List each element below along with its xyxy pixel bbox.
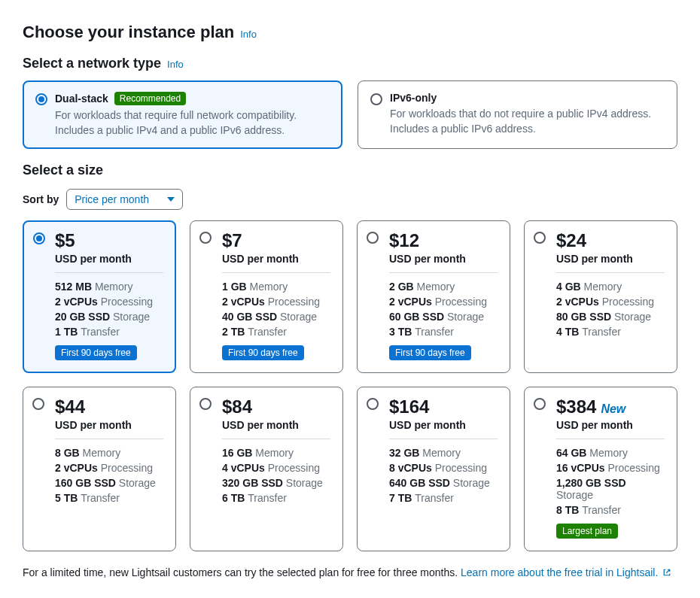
largest-plan-badge: Largest plan bbox=[556, 524, 618, 539]
radio-icon bbox=[199, 232, 212, 244]
plan-price: $164 bbox=[389, 396, 429, 417]
plan-spec-storage: 60 GB SSD Storage bbox=[389, 311, 498, 323]
plan-spec-storage: 80 GB SSD Storage bbox=[556, 311, 665, 323]
page-title: Choose your instance plan bbox=[23, 23, 234, 42]
radio-icon bbox=[370, 93, 382, 105]
plan-spec-transfer: 2 TB Transfer bbox=[222, 326, 330, 338]
plan-card[interactable]: $12USD per month2 GB Memory2 vCPUs Proce… bbox=[357, 220, 510, 373]
plan-spec-storage: 1,280 GB SSD Storage bbox=[556, 477, 665, 501]
plan-spec-memory: 1 GB Memory bbox=[222, 281, 330, 293]
radio-icon bbox=[367, 232, 379, 244]
radio-icon bbox=[32, 398, 44, 410]
free-trial-link[interactable]: Learn more about the free trial in Light… bbox=[461, 566, 671, 578]
plan-spec-memory: 512 MB Memory bbox=[55, 281, 163, 293]
select-size-heading: Select a size bbox=[23, 162, 103, 178]
plan-spec-processing: 2 vCPUs Processing bbox=[556, 296, 665, 308]
plan-spec-memory: 8 GB Memory bbox=[55, 447, 163, 459]
plan-spec-processing: 8 vCPUs Processing bbox=[389, 462, 498, 474]
plan-spec-processing: 4 vCPUs Processing bbox=[222, 462, 330, 474]
new-badge: New bbox=[601, 402, 625, 416]
network-option-dual-stack[interactable]: Dual-stackRecommendedFor workloads that … bbox=[23, 80, 342, 149]
plan-spec-transfer: 4 TB Transfer bbox=[556, 326, 665, 338]
plan-card[interactable]: $84USD per month16 GB Memory4 vCPUs Proc… bbox=[190, 387, 343, 551]
plan-card[interactable]: $44USD per month8 GB Memory2 vCPUs Proce… bbox=[23, 387, 176, 551]
plan-spec-processing: 2 vCPUs Processing bbox=[55, 296, 163, 308]
plan-spec-memory: 64 GB Memory bbox=[556, 447, 665, 459]
footnote: For a limited time, new Lightsail custom… bbox=[23, 565, 677, 581]
network-option-title: Dual-stack bbox=[55, 93, 108, 105]
plan-price: $5 bbox=[55, 230, 75, 251]
plan-spec-transfer: 8 TB Transfer bbox=[556, 504, 665, 516]
plan-options: $5USD per month512 MB Memory2 vCPUs Proc… bbox=[23, 220, 677, 551]
network-option-desc: For workloads that require full network … bbox=[55, 108, 330, 138]
radio-icon bbox=[367, 398, 379, 410]
plan-spec-memory: 16 GB Memory bbox=[222, 447, 330, 459]
plan-spec-processing: 2 vCPUs Processing bbox=[389, 296, 498, 308]
plan-spec-memory: 4 GB Memory bbox=[556, 281, 665, 293]
plan-spec-transfer: 6 TB Transfer bbox=[222, 492, 330, 504]
plan-spec-memory: 2 GB Memory bbox=[389, 281, 498, 293]
plan-spec-storage: 20 GB SSD Storage bbox=[55, 311, 163, 323]
free-trial-badge: First 90 days free bbox=[389, 345, 471, 360]
per-month-label: USD per month bbox=[389, 253, 498, 265]
per-month-label: USD per month bbox=[556, 419, 665, 431]
sort-by-select[interactable]: Price per month bbox=[66, 189, 183, 210]
sort-by-label: Sort by bbox=[23, 193, 59, 205]
free-trial-badge: First 90 days free bbox=[55, 345, 137, 360]
per-month-label: USD per month bbox=[222, 253, 330, 265]
radio-icon bbox=[33, 232, 45, 244]
footnote-text: For a limited time, new Lightsail custom… bbox=[23, 566, 461, 578]
plan-spec-transfer: 3 TB Transfer bbox=[389, 326, 498, 338]
plan-spec-storage: 160 GB SSD Storage bbox=[55, 477, 163, 489]
plan-spec-transfer: 7 TB Transfer bbox=[389, 492, 498, 504]
per-month-label: USD per month bbox=[556, 253, 665, 265]
plan-card[interactable]: $24USD per month4 GB Memory2 vCPUs Proce… bbox=[524, 220, 677, 373]
plan-price: $24 bbox=[556, 230, 586, 251]
plan-spec-storage: 640 GB SSD Storage bbox=[389, 477, 498, 489]
external-link-icon bbox=[662, 568, 671, 577]
free-trial-badge: First 90 days free bbox=[222, 345, 304, 360]
plan-price: $12 bbox=[389, 230, 419, 251]
per-month-label: USD per month bbox=[55, 419, 163, 431]
network-option-desc: For workloads that do not require a publ… bbox=[390, 107, 665, 136]
per-month-label: USD per month bbox=[55, 253, 163, 265]
plan-spec-transfer: 5 TB Transfer bbox=[55, 492, 163, 504]
plan-card[interactable]: $5USD per month512 MB Memory2 vCPUs Proc… bbox=[23, 220, 176, 373]
network-type-options: Dual-stackRecommendedFor workloads that … bbox=[23, 80, 677, 149]
per-month-label: USD per month bbox=[389, 419, 498, 431]
plan-price: $44 bbox=[55, 396, 85, 417]
plan-spec-memory: 32 GB Memory bbox=[389, 447, 498, 459]
info-link-plan[interactable]: Info bbox=[240, 29, 257, 40]
plan-spec-processing: 2 vCPUs Processing bbox=[55, 462, 163, 474]
plan-card[interactable]: $164USD per month32 GB Memory8 vCPUs Pro… bbox=[357, 387, 510, 551]
plan-spec-storage: 40 GB SSD Storage bbox=[222, 311, 330, 323]
plan-price: $384 bbox=[556, 396, 596, 417]
plan-card[interactable]: $7USD per month1 GB Memory2 vCPUs Proces… bbox=[190, 220, 343, 373]
radio-icon bbox=[534, 398, 546, 410]
radio-icon bbox=[534, 232, 546, 244]
info-link-network[interactable]: Info bbox=[167, 59, 184, 70]
network-option-title: IPv6-only bbox=[390, 92, 437, 104]
plan-card[interactable]: $384NewUSD per month64 GB Memory16 vCPUs… bbox=[524, 387, 677, 551]
radio-icon bbox=[35, 93, 47, 105]
plan-spec-transfer: 1 TB Transfer bbox=[55, 326, 163, 338]
plan-spec-storage: 320 GB SSD Storage bbox=[222, 477, 330, 489]
recommended-badge: Recommended bbox=[114, 92, 186, 105]
network-option-ipv6-only[interactable]: IPv6-onlyFor workloads that do not requi… bbox=[358, 80, 677, 149]
plan-price: $7 bbox=[222, 230, 242, 251]
plan-spec-processing: 16 vCPUs Processing bbox=[556, 462, 665, 474]
plan-spec-processing: 2 vCPUs Processing bbox=[222, 296, 330, 308]
chevron-down-icon bbox=[167, 197, 175, 202]
sort-by-value: Price per month bbox=[75, 193, 149, 205]
radio-icon bbox=[199, 398, 212, 410]
plan-price: $84 bbox=[222, 396, 252, 417]
per-month-label: USD per month bbox=[222, 419, 330, 431]
network-type-heading: Select a network type bbox=[23, 56, 161, 71]
